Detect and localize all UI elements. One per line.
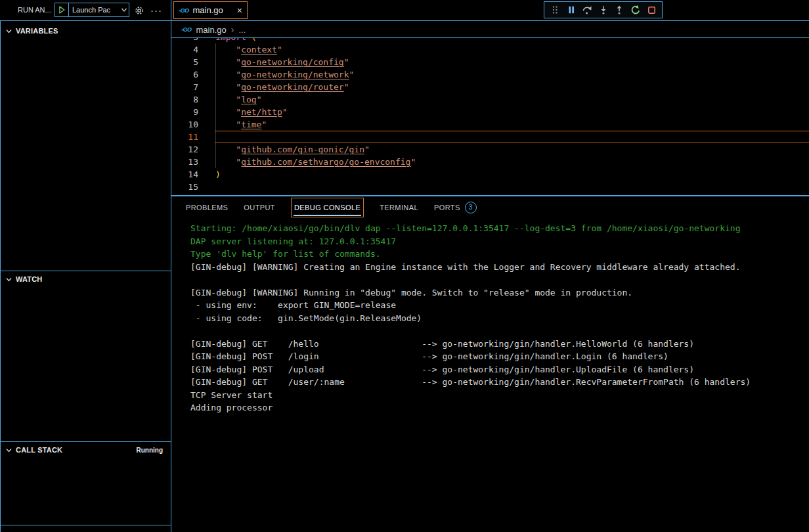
console-line: [GIN-debug] [WARNING] Running in "debug"… <box>190 286 809 299</box>
import-path-link[interactable]: go-networking/router <box>241 82 344 92</box>
chevron-down-icon[interactable] <box>119 7 129 13</box>
section-label: VARIABLES <box>16 27 58 35</box>
code-token: " <box>344 82 349 92</box>
ports-count-badge: 3 <box>465 202 477 213</box>
import-path-link[interactable]: go-networking/config <box>241 57 344 67</box>
panel-tab-label: TERMINAL <box>380 198 418 217</box>
import-path-link[interactable]: time <box>241 120 261 129</box>
line-number: 7 <box>171 81 198 93</box>
code-text: "github.com/gin-gonic/gin" <box>215 143 370 156</box>
pause-button[interactable] <box>565 4 577 16</box>
indent-space <box>215 82 236 92</box>
code-token: " <box>257 95 262 104</box>
panel-tab-output[interactable]: OUTPUT <box>244 198 275 217</box>
code-text: import ( <box>215 38 257 43</box>
code-line: 5 "go-networking/config" <box>171 56 809 68</box>
debug-toolbar <box>544 1 663 18</box>
go-file-icon <box>179 7 189 14</box>
code-token: " <box>236 120 241 129</box>
code-line: 12 "github.com/gin-gonic/gin" <box>171 143 809 156</box>
code-editor[interactable]: 3import (4 "context"5 "go-networking/con… <box>171 38 809 195</box>
import-path-link[interactable]: context <box>241 45 277 55</box>
editor-tab-main-go[interactable]: main.go × <box>173 1 248 19</box>
tab-close-icon[interactable]: × <box>237 6 242 15</box>
import-path-link[interactable]: go-networking/network <box>241 70 349 79</box>
start-debug-button[interactable] <box>55 3 69 16</box>
chevron-down-icon <box>5 28 12 35</box>
code-text: "log" <box>215 93 261 106</box>
indent-space <box>215 57 236 67</box>
chevron-down-icon <box>5 276 12 283</box>
line-number: 15 <box>171 181 198 193</box>
console-line: [GIN-debug] POST /upload --> go-networki… <box>190 363 809 376</box>
import-path-link[interactable]: github.com/gin-gonic/gin <box>241 144 364 154</box>
drag-handle-button[interactable] <box>549 4 561 16</box>
code-token: " <box>364 144 370 154</box>
debug-settings-gear-button[interactable] <box>133 5 145 16</box>
step-into-button[interactable] <box>598 4 609 16</box>
import-path-link[interactable]: log <box>241 95 256 104</box>
panel-tab-ports[interactable]: PORTS3 <box>434 198 477 217</box>
step-out-button[interactable] <box>613 4 625 16</box>
import-path-link[interactable]: net/http <box>241 107 282 117</box>
line-number: 14 <box>171 168 198 181</box>
run-and-debug-title: RUN AN... <box>18 6 51 14</box>
code-line: 9 "net/http" <box>171 106 809 118</box>
step-into-icon <box>599 5 608 15</box>
restart-button[interactable] <box>630 4 642 16</box>
code-text: "time" <box>215 118 267 131</box>
window-left-border <box>0 20 1 532</box>
console-line: [GIN-debug] GET /hello --> go-networking… <box>190 338 809 351</box>
sidebar-section-watch[interactable]: WATCH <box>0 272 171 286</box>
line-number: 9 <box>171 106 198 118</box>
import-path-link[interactable]: github.com/sethvargo/go-envconfig <box>241 157 410 167</box>
sidebar-section-variables[interactable]: VARIABLES <box>0 24 171 38</box>
console-line: DAP server listening at: 127.0.0.1:35417 <box>190 235 809 248</box>
stop-button[interactable] <box>645 4 657 16</box>
gear-icon <box>134 5 144 16</box>
panel-top-border <box>171 195 809 196</box>
code-line: 6 "go-networking/network" <box>171 68 809 81</box>
code-token: " <box>261 120 267 129</box>
line-number: 10 <box>171 118 198 131</box>
indent-space <box>215 144 236 154</box>
code-token: " <box>236 70 241 79</box>
launch-configuration-control[interactable]: Launch Pac <box>55 3 129 17</box>
code-token: " <box>410 157 416 167</box>
run-and-debug-header: RUN AN... Launch Pac ··· <box>0 0 171 20</box>
debug-console-output[interactable]: Starting: /home/xiaosi/go/bin/dlv dap --… <box>171 218 809 532</box>
code-token: import <box>215 38 251 42</box>
breadcrumb-separator-line <box>171 37 809 38</box>
indent-space <box>215 45 236 55</box>
panel-tab-terminal[interactable]: TERMINAL <box>380 198 418 217</box>
indent-space <box>215 120 236 129</box>
console-line: [GIN-debug] GET /user/:name --> go-netwo… <box>190 376 809 389</box>
step-over-icon <box>582 5 592 15</box>
panel-tab-problems[interactable]: PROBLEMS <box>186 198 228 217</box>
code-token: " <box>277 45 282 55</box>
section-label: CALL STACK <box>16 446 62 454</box>
step-out-icon <box>615 5 624 15</box>
code-line: 14) <box>171 168 809 181</box>
console-line <box>190 273 809 286</box>
launch-config-label: Launch Pac <box>69 6 119 14</box>
breadcrumb-symbol[interactable]: ... <box>238 25 246 35</box>
line-number: 6 <box>171 68 198 81</box>
console-line: Adding processor <box>190 401 809 414</box>
panel-tab-debug-console[interactable]: DEBUG CONSOLE <box>291 198 364 217</box>
console-line: [GIN-debug] [WARNING] Creating an Engine… <box>190 261 809 274</box>
drag-handle-icon <box>550 5 559 15</box>
more-actions-button[interactable]: ··· <box>149 3 164 17</box>
panel-tab-label: PROBLEMS <box>186 198 228 217</box>
step-over-button[interactable] <box>581 4 593 16</box>
breadcrumb-separator-icon: › <box>231 24 234 35</box>
code-line: 11 <box>171 131 809 143</box>
sidebar-section-call-stack[interactable]: CALL STACK Running <box>0 443 171 457</box>
panel-tab-bar: PROBLEMSOUTPUTDEBUG CONSOLETERMINALPORTS… <box>171 196 809 218</box>
breadcrumb: main.go › ... <box>181 22 246 37</box>
code-token: ) <box>215 169 221 179</box>
code-token: " <box>349 70 355 79</box>
indent-space <box>215 107 236 117</box>
breadcrumb-file[interactable]: main.go <box>196 25 227 35</box>
watch-section-border <box>0 271 171 271</box>
